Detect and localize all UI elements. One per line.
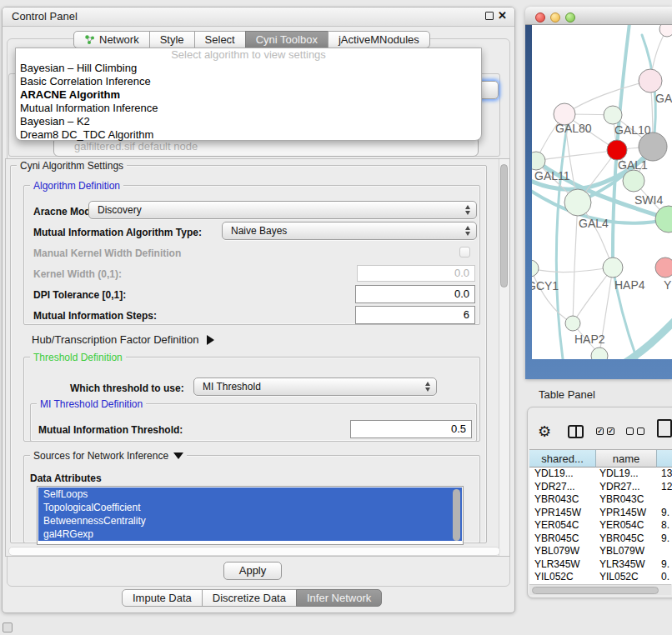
columns-icon[interactable] xyxy=(568,425,584,438)
svg-text:GAL80: GAL80 xyxy=(555,122,592,135)
mi-steps-field[interactable]: 6 xyxy=(355,306,475,324)
aracne-mode-select[interactable]: Discovery xyxy=(88,201,477,219)
tab-select[interactable]: Select xyxy=(194,31,246,48)
mi-threshold-title: MI Threshold Definition xyxy=(37,398,146,410)
gear-icon[interactable]: ⚙ xyxy=(538,422,551,441)
tab-cyni-toolbox[interactable]: Cyni Toolbox xyxy=(245,31,328,48)
svg-text:GAL4: GAL4 xyxy=(579,217,609,230)
mi-type-label: Mutual Information Algorithm Type: xyxy=(33,227,202,238)
deselect-all-icon[interactable] xyxy=(637,428,644,435)
node-green-right[interactable] xyxy=(655,206,672,232)
algorithm-option[interactable]: Bayesian – Hill Climbing xyxy=(16,62,481,75)
minimize-traffic-light[interactable] xyxy=(550,12,560,22)
algorithm-placeholder: Select algorithm to view settings xyxy=(16,48,481,62)
algorithm-option[interactable]: Basic Correlation Inference xyxy=(16,75,481,88)
table-row[interactable]: YBR045C YBR045C 9. xyxy=(529,532,672,546)
node-swi4[interactable] xyxy=(623,170,644,192)
node-gal-top[interactable] xyxy=(639,69,662,92)
algorithm-option[interactable]: Dream8 DC_TDC Algorithm xyxy=(16,128,481,142)
svg-text:Y: Y xyxy=(664,278,672,292)
node-gal4[interactable] xyxy=(564,189,591,216)
network-view-window: GAL GAL80 GAL10 GAL1 GAL11 SWI4 GAL4 GCY… xyxy=(525,7,672,379)
network-canvas[interactable]: GAL GAL80 GAL10 GAL1 GAL11 SWI4 GAL4 GCY… xyxy=(532,25,672,359)
node-salmon[interactable] xyxy=(655,258,672,278)
table-panel-title: Table Panel xyxy=(539,388,595,401)
zoom-traffic-light[interactable] xyxy=(565,12,575,22)
list-item[interactable]: BetweennessCentrality xyxy=(38,514,462,528)
which-threshold-select[interactable]: MI Threshold xyxy=(193,378,437,396)
table-row[interactable]: YPR145W YPR145W 9. xyxy=(529,507,672,520)
tab-impute-data[interactable]: Impute Data xyxy=(122,589,203,607)
deselect-all-icon[interactable] xyxy=(626,428,634,435)
float-window-icon[interactable] xyxy=(485,12,494,20)
column-header-partial[interactable]: A xyxy=(657,449,672,468)
algorithm-dropdown-list: Select algorithm to view settings Bayesi… xyxy=(15,48,482,141)
mi-type-select[interactable]: Naive Bayes xyxy=(222,222,477,240)
svg-text:HAP4: HAP4 xyxy=(614,278,645,292)
close-window-icon[interactable]: ✕ xyxy=(498,9,507,22)
cyni-bottom-tabs: Impute Data Discretize Data Infer Networ… xyxy=(122,589,382,607)
apply-button[interactable]: Apply xyxy=(223,562,282,580)
node-gray[interactable] xyxy=(639,132,667,161)
tab-network-label: Network xyxy=(99,32,139,48)
node-unlabeled[interactable] xyxy=(659,25,672,37)
algorithm-option-selected[interactable]: ARACNE Algorithm xyxy=(16,88,481,102)
dpi-tolerance-label: DPI Tolerance [0,1]: xyxy=(33,289,126,301)
combo-arrows-icon xyxy=(465,205,470,215)
control-panel-tabs: Network Style Select Cyni Toolbox jActiv… xyxy=(73,31,430,48)
tab-network[interactable]: Network xyxy=(73,31,150,48)
node-gal10[interactable] xyxy=(604,106,622,124)
tab-discretize-data[interactable]: Discretize Data xyxy=(202,589,297,607)
node-hap4[interactable] xyxy=(603,258,623,278)
sources-title[interactable]: Sources for Network Inference xyxy=(30,450,187,462)
table-hscrollbar-thumb[interactable] xyxy=(532,587,659,594)
settings-scrollbar-thumb[interactable] xyxy=(500,164,508,288)
list-item[interactable]: TopologicalCoefficient xyxy=(38,501,462,514)
svg-text:GCY1: GCY1 xyxy=(532,279,559,292)
table-row[interactable]: YBR043C YBR043C xyxy=(529,493,672,507)
node-bottom[interactable] xyxy=(591,348,608,359)
table-row[interactable]: YER054C YER054C 8. xyxy=(529,519,672,532)
combo-arrows-icon xyxy=(465,226,470,236)
algorithm-option[interactable]: Bayesian – K2 xyxy=(16,115,481,128)
table-row[interactable]: YDR27... YDR27... 12 xyxy=(529,481,672,494)
network-window-frame: GAL GAL80 GAL10 GAL1 GAL11 SWI4 GAL4 GCY… xyxy=(525,25,672,379)
close-traffic-light[interactable] xyxy=(535,12,545,22)
table-row[interactable]: YIL052C YIL052C 0. xyxy=(529,571,672,584)
table-row[interactable]: YDL19... YDL19... 13 xyxy=(529,468,672,481)
mi-threshold-field[interactable]: 0.5 xyxy=(350,420,472,438)
kernel-width-label: Kernel Width (0,1): xyxy=(33,268,122,280)
table-panel-card: ⚙ ✓ ✓ shared... name A YDL19... YDL19...… xyxy=(527,407,672,598)
kernel-width-field[interactable]: 0.0 xyxy=(357,265,475,282)
data-attributes-list: SelfLoops TopologicalCoefficient Between… xyxy=(37,486,464,545)
minimized-panel-icon[interactable] xyxy=(3,622,13,632)
data-attributes-label: Data Attributes xyxy=(30,472,102,484)
algorithm-option[interactable]: Mutual Information Inference xyxy=(16,102,481,115)
manual-kernel-checkbox[interactable] xyxy=(459,247,470,258)
network-icon xyxy=(84,34,95,45)
node-gal1-selected[interactable] xyxy=(607,140,627,160)
list-scrollbar-thumb[interactable] xyxy=(453,489,460,541)
manual-kernel-label: Manual Kernel Width Definition xyxy=(33,248,181,259)
export-table-icon[interactable] xyxy=(657,419,672,438)
select-all-check-icon[interactable]: ✓ xyxy=(596,428,604,435)
list-item[interactable]: SelfLoops xyxy=(38,488,462,501)
column-header-shared-name[interactable]: shared... xyxy=(529,449,596,468)
dpi-tolerance-field[interactable]: 0.0 xyxy=(355,285,475,303)
select-all-check-icon[interactable]: ✓ xyxy=(607,428,614,435)
table-row[interactable]: YBL079W YBL079W xyxy=(529,545,672,558)
node-hap2[interactable] xyxy=(565,316,580,331)
table-row[interactable]: YLR345W YLR345W 9. xyxy=(529,558,672,572)
table-hscrollbar-track[interactable] xyxy=(529,584,671,595)
hub-definition-toggle[interactable]: Hub/Transcription Factor Definition xyxy=(32,333,214,346)
svg-text:SWI4: SWI4 xyxy=(634,193,663,207)
tab-jactivemnodules[interactable]: jActiveMNodules xyxy=(328,31,430,48)
tab-infer-network[interactable]: Infer Network xyxy=(296,589,382,607)
svg-text:GAL11: GAL11 xyxy=(534,169,570,182)
column-header-name[interactable]: name xyxy=(596,449,657,468)
tab-style[interactable]: Style xyxy=(149,31,195,48)
svg-text:GAL: GAL xyxy=(655,92,672,105)
list-item[interactable]: gal4RGexp xyxy=(38,528,462,541)
node-gcy1[interactable] xyxy=(532,260,539,277)
cyni-algorithm-settings-title: Cyni Algorithm Settings xyxy=(17,160,127,172)
